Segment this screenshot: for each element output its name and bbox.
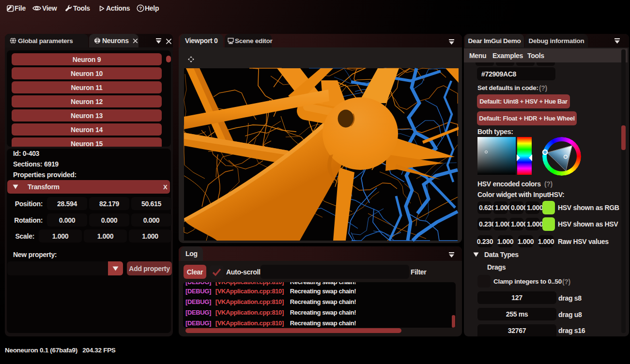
svg-text:?: ? xyxy=(139,5,142,11)
